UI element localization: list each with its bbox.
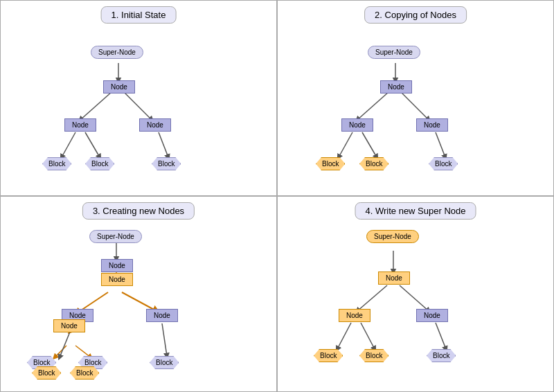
block-q1-2: Block xyxy=(85,157,114,170)
svg-line-25 xyxy=(361,323,375,349)
svg-line-23 xyxy=(400,285,429,311)
svg-line-4 xyxy=(85,132,100,157)
supernode-q2: Super-Node xyxy=(368,46,420,59)
block-q2-2: Block xyxy=(359,157,388,170)
block-q3-1-orange: Block xyxy=(32,366,61,380)
quadrant-2: 2. Copying of Nodes Super-Node Node Node… xyxy=(277,0,554,196)
block-q4-1: Block xyxy=(314,349,343,362)
node-q3-left-orange: Node xyxy=(53,319,85,332)
svg-line-2 xyxy=(124,92,152,120)
block-q3-3: Block xyxy=(150,356,179,369)
supernode-q4: Super-Node xyxy=(366,230,419,243)
title-q1: 1. Initial State xyxy=(101,6,177,24)
svg-line-11 xyxy=(436,132,445,157)
block-q4-2: Block xyxy=(359,349,388,362)
svg-line-19 xyxy=(162,323,167,356)
arrows-q1 xyxy=(1,1,276,195)
node-q3-top-blue: Node xyxy=(101,259,133,272)
title-q3: 3. Creating new Nodes xyxy=(82,202,195,220)
title-q2: 2. Copying of Nodes xyxy=(364,6,467,24)
supernode-q3: Super-Node xyxy=(89,230,142,243)
supernode-q1: Super-Node xyxy=(91,46,143,59)
node-q2-right: Node xyxy=(416,118,448,132)
node-q1-left: Node xyxy=(64,118,96,132)
block-q2-3: Block xyxy=(429,157,458,170)
node-q1-top: Node xyxy=(103,80,135,93)
svg-line-8 xyxy=(401,92,429,120)
node-q2-top: Node xyxy=(380,80,412,93)
svg-line-10 xyxy=(362,132,377,157)
node-q4-left: Node xyxy=(339,309,370,322)
title-q4: 4. Write new Super Node xyxy=(355,202,476,220)
block-q4-3: Block xyxy=(427,349,456,362)
node-q4-right: Node xyxy=(416,309,448,322)
svg-line-5 xyxy=(159,132,168,157)
svg-line-3 xyxy=(62,132,75,157)
block-q3-2-orange: Block xyxy=(70,366,99,380)
node-q4-top: Node xyxy=(378,271,410,285)
block-q2-1: Block xyxy=(316,157,345,170)
arrows-q4 xyxy=(278,197,553,391)
quadrant-3: 3. Creating new Nodes xyxy=(0,196,277,392)
block-q1-3: Block xyxy=(152,157,181,170)
svg-line-22 xyxy=(357,285,387,311)
quadrant-4: 4. Write new Super Node Super-Node Node … xyxy=(277,196,554,392)
svg-line-26 xyxy=(436,323,446,349)
node-q3-right: Node xyxy=(146,309,178,322)
svg-line-18 xyxy=(75,346,91,357)
node-q1-right: Node xyxy=(139,118,171,132)
svg-line-15 xyxy=(122,292,157,311)
svg-line-7 xyxy=(357,92,388,120)
node-q3-top-orange: Node xyxy=(101,273,133,286)
svg-line-1 xyxy=(80,92,111,120)
main-grid: 1. Initial State Super-Node Node Nod xyxy=(0,0,554,392)
svg-line-24 xyxy=(337,323,351,349)
quadrant-1: 1. Initial State Super-Node Node Nod xyxy=(0,0,277,196)
node-q2-left: Node xyxy=(341,118,373,132)
block-q1-1: Block xyxy=(42,157,71,170)
svg-line-9 xyxy=(339,132,352,157)
svg-line-17 xyxy=(55,346,66,357)
